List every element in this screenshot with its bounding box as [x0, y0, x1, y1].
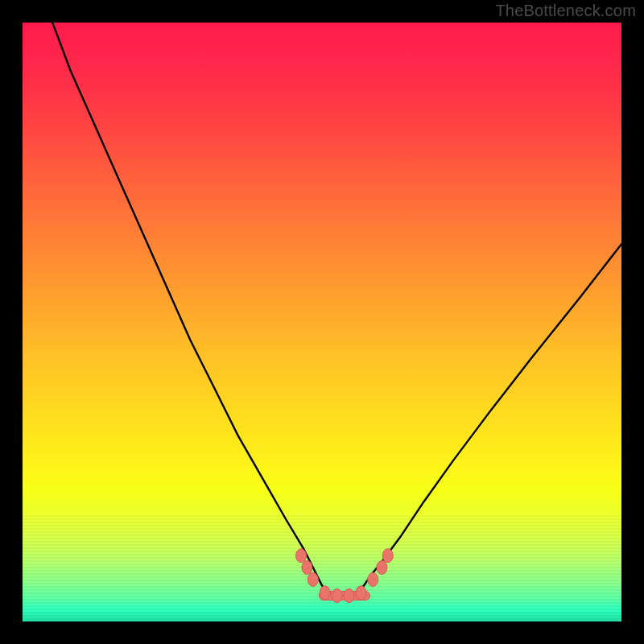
curve-marker	[356, 586, 366, 600]
curve-marker	[302, 561, 312, 575]
curve-marker	[308, 572, 318, 586]
curve-marker	[368, 572, 378, 586]
bottleneck-curve	[52, 23, 621, 596]
attribution-label: TheBottleneck.com	[495, 2, 636, 20]
curve-marker	[344, 589, 354, 603]
curve-marker	[332, 589, 342, 603]
plot-area	[23, 23, 621, 621]
curve-layer	[23, 23, 621, 621]
curve-marker	[296, 549, 307, 563]
curve-marker	[377, 561, 387, 575]
curve-marker	[382, 549, 393, 563]
chart-frame: TheBottleneck.com	[0, 0, 644, 644]
curve-marker	[320, 586, 330, 600]
